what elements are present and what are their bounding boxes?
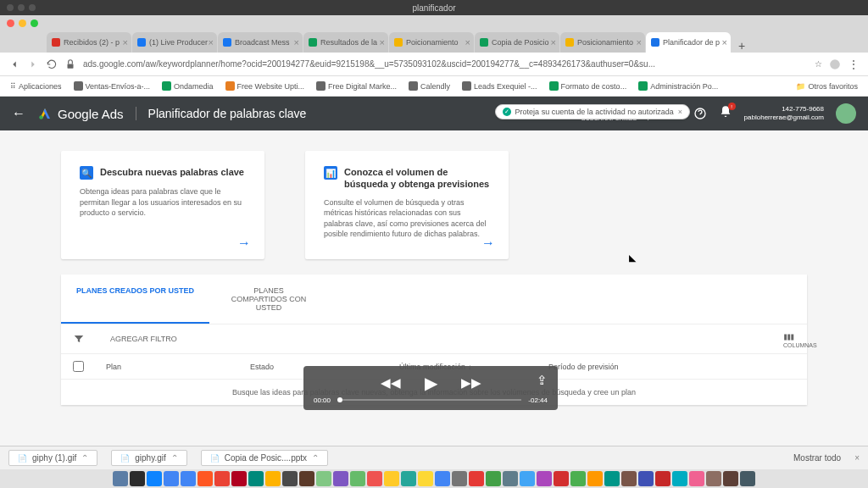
new-tab-button[interactable]: + [732,39,752,53]
browser-tab[interactable]: Planificador de p× [646,32,731,53]
bookmark-item[interactable]: Administración Po... [638,81,718,91]
help-icon[interactable] [693,107,707,120]
google-ads-logo[interactable]: Google Ads [37,106,124,121]
download-item[interactable]: 📄giphy.gif⌃ [111,450,187,466]
close-tab-icon[interactable]: × [294,37,299,47]
menu-icon[interactable]: ⋮ [848,58,860,71]
bookmark-item[interactable]: ⠿ Aplicaciones [10,82,62,91]
dock-app-icon[interactable] [113,471,128,486]
close-tab-icon[interactable]: × [380,37,385,47]
dock-app-icon[interactable] [282,471,298,486]
star-icon[interactable]: ☆ [815,59,822,69]
dock-app-icon[interactable] [587,471,603,486]
add-filter-button[interactable]: AGREGAR FILTRO [110,335,758,343]
dock-app-icon[interactable] [231,471,247,486]
close-tab-icon[interactable]: × [551,37,556,47]
user-info[interactable]: 142-775-9668 pabloherrerae@gmail.com [744,105,824,121]
download-item[interactable]: 📄giphy (1).gif⌃ [8,450,97,466]
show-all-downloads[interactable]: Mostrar todo [793,453,841,463]
maximize-window-button[interactable] [31,19,38,27]
dock-app-icon[interactable] [655,471,670,486]
bookmark-item[interactable]: Free Website Upti... [225,81,304,91]
minimize-window-button[interactable] [19,19,26,27]
notifications-icon[interactable]: ! [719,105,732,122]
share-icon[interactable]: ⇪ [537,373,548,388]
bookmark-item[interactable]: Formato de costo... [549,81,627,91]
dock-app-icon[interactable] [706,471,721,486]
close-window-button[interactable] [7,19,14,27]
dock-app-icon[interactable] [554,471,569,486]
forward-icon[interactable]: ▶▶ [461,375,481,391]
dock-app-icon[interactable] [316,471,331,486]
dock-app-icon[interactable] [486,471,501,486]
rewind-icon[interactable]: ◀◀ [381,375,401,391]
dock-app-icon[interactable] [435,471,450,486]
dock-app-icon[interactable] [537,471,552,486]
dock-app-icon[interactable] [401,471,416,486]
browser-tab[interactable]: Broadcast Mess× [218,32,303,53]
download-item[interactable]: 📄Copia de Posic....pptx⌃ [201,450,328,466]
dock-app-icon[interactable] [333,471,348,486]
close-tab-icon[interactable]: × [465,37,470,47]
forward-icon[interactable] [27,58,39,70]
bookmark-item[interactable]: Free Digital Marke... [316,81,397,91]
close-tab-icon[interactable]: × [209,37,214,47]
seek-bar[interactable] [337,399,521,401]
dock-app-icon[interactable] [672,471,687,486]
dock-app-icon[interactable] [638,471,654,486]
browser-tab[interactable]: Resultados de la× [303,32,388,53]
back-arrow-icon[interactable]: ← [12,106,25,121]
dock-app-icon[interactable] [723,471,738,486]
video-player-overlay[interactable]: ◀◀ ▶ ▶▶ ⇪ 00:00 -02:44 [303,366,558,410]
dock-app-icon[interactable] [164,471,179,486]
browser-tab[interactable]: Poicionamiento× [389,32,474,53]
dock-app-icon[interactable] [350,471,365,486]
bookmark-item[interactable]: Ventas-Envíos-a-... [74,81,151,91]
security-alert-pill[interactable]: ✓ Proteja su cuenta de la actividad no a… [495,104,690,119]
dock-app-icon[interactable] [265,471,281,486]
dock-app-icon[interactable] [740,471,755,486]
reload-icon[interactable] [46,58,58,70]
tab-shared-plans[interactable]: PLANES COMPARTIDOS CON USTED [209,274,328,324]
bookmark-item[interactable]: 📁 Otros favoritos [796,82,858,91]
dock-app-icon[interactable] [367,471,382,486]
dock-app-icon[interactable] [689,471,704,486]
dock-app-icon[interactable] [604,471,620,486]
dock-app-icon[interactable] [384,471,399,486]
tab-my-plans[interactable]: PLANES CREADOS POR USTED [61,274,209,324]
close-icon[interactable]: × [678,108,682,116]
dock-app-icon[interactable] [503,471,518,486]
columns-icon[interactable]: COLUMNAS [783,333,795,345]
dock-app-icon[interactable] [299,471,314,486]
dock-app-icon[interactable] [214,471,230,486]
filter-icon[interactable] [73,333,85,345]
dock-app-icon[interactable] [130,471,145,486]
dock-app-icon[interactable] [147,471,162,486]
browser-tab[interactable]: Copia de Posicio× [475,32,559,53]
dock-app-icon[interactable] [621,471,637,486]
discover-keywords-card[interactable]: 🔍 Descubra nuevas palabras clave Obtenga… [61,151,264,259]
dock-app-icon[interactable] [520,471,535,486]
profile-icon[interactable] [829,58,841,70]
search-volume-card[interactable]: 📊 Conozca el volumen de búsqueda y obten… [305,151,509,259]
back-icon[interactable] [8,58,20,70]
dock-app-icon[interactable] [248,471,264,486]
dock-app-icon[interactable] [198,471,213,486]
browser-tab[interactable]: Posicionamiento× [560,32,645,53]
dock-app-icon[interactable] [452,471,467,486]
dock-app-icon[interactable] [570,471,586,486]
dock-app-icon[interactable] [469,471,484,486]
browser-tab[interactable]: Recibidos (2) - p× [47,32,131,53]
bookmark-item[interactable]: Ondamedia [162,81,214,91]
dock-app-icon[interactable] [181,471,196,486]
th-prevision[interactable]: Período de previsión [548,361,619,372]
avatar[interactable] [836,103,856,124]
close-icon[interactable]: × [854,453,860,463]
close-tab-icon[interactable]: × [722,37,727,47]
dock-app-icon[interactable] [418,471,433,486]
bookmark-item[interactable]: Leads Exequiel -... [462,81,537,91]
close-tab-icon[interactable]: × [637,37,642,47]
select-all-checkbox[interactable] [73,361,84,372]
bookmark-item[interactable]: Calendly [409,81,450,91]
play-icon[interactable]: ▶ [425,373,437,393]
